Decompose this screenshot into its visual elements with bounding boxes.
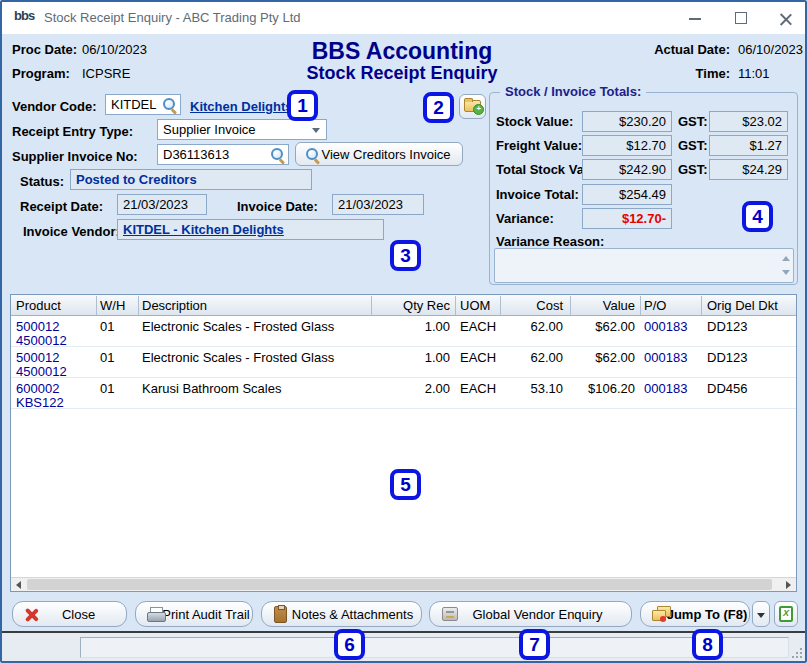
- variance-reason-textarea[interactable]: [494, 248, 794, 283]
- product-alt-code[interactable]: KBS122: [16, 395, 64, 410]
- product-alt-code[interactable]: 4500012: [16, 333, 67, 348]
- po-link[interactable]: 000183: [644, 319, 687, 334]
- col-qty-rec: Qty Rec: [363, 298, 450, 313]
- vendor-code-input[interactable]: KITDEL: [105, 94, 181, 115]
- minimize-button[interactable]: [678, 2, 712, 34]
- view-creditors-invoice-label: View Creditors Invoice: [307, 147, 450, 162]
- description-cell: Karusi Bathroom Scales: [142, 381, 281, 396]
- stock-gst-value: $23.02: [742, 114, 782, 129]
- table-row[interactable]: 500012 4500012 01 Electronic Scales - Fr…: [11, 347, 796, 378]
- po-link[interactable]: 000183: [644, 350, 687, 365]
- column-divider: [455, 296, 456, 315]
- table-row[interactable]: 600002 KBS122 01 Karusi Bathroom Scales …: [11, 378, 796, 409]
- variance-label: Variance:: [496, 211, 554, 226]
- red-x-icon: [25, 608, 38, 621]
- actual-date-label: Actual Date:: [650, 42, 730, 57]
- vendor-code-value: KITDEL: [111, 97, 157, 112]
- product-alt-code[interactable]: 4500012: [16, 364, 67, 379]
- supplier-invoice-no-value: D36113613: [163, 147, 229, 162]
- status-bar-field: [80, 637, 789, 658]
- qty-rec-cell: 1.00: [363, 350, 450, 365]
- folder-plus-icon: [464, 100, 481, 112]
- export-excel-button[interactable]: X: [774, 601, 798, 627]
- freight-gst-value: $1.27: [749, 138, 782, 153]
- global-vendor-enquiry-button[interactable]: Global Vendor Enquiry: [429, 601, 632, 627]
- product-code-link[interactable]: 500012: [16, 350, 59, 365]
- supplier-invoice-no-label: Supplier Invoice No:: [12, 149, 138, 164]
- annotation-8: 8: [692, 629, 723, 660]
- maximize-icon: [735, 12, 747, 24]
- program-value: ICPSRE: [82, 66, 130, 81]
- receipt-entry-type-select[interactable]: Supplier Invoice: [157, 119, 327, 140]
- scroll-down-icon[interactable]: [782, 270, 790, 275]
- time-value: 11:01: [738, 66, 770, 81]
- scroll-right-button[interactable]: [780, 578, 796, 591]
- po-link[interactable]: 000183: [644, 381, 687, 396]
- invoice-total-value: $254.49: [619, 187, 666, 202]
- vendor-name-link[interactable]: Kitchen Delights: [190, 99, 293, 114]
- search-icon[interactable]: [271, 148, 285, 162]
- notes-attachments-button[interactable]: Notes & Attachments: [261, 601, 422, 627]
- annotation-7: 7: [519, 629, 550, 660]
- stock-gst-field: $23.02: [709, 111, 788, 132]
- freight-value: $12.70: [626, 138, 666, 153]
- resize-grip[interactable]: [792, 648, 802, 658]
- receipt-date-field: 21/03/2023: [117, 194, 207, 215]
- proc-date-label: Proc Date:: [12, 42, 77, 57]
- jump-to-dropdown-button[interactable]: [752, 601, 770, 627]
- invoice-date-field: 21/03/2023: [332, 194, 424, 215]
- stock-value: $230.20: [619, 114, 666, 129]
- receipt-lines-grid: Product W/H Description Qty Rec UOM Cost…: [10, 294, 797, 592]
- scrollbar-thumb[interactable]: [27, 579, 772, 590]
- minimize-icon: [689, 18, 701, 20]
- stock-value-label: Stock Value:: [496, 114, 573, 129]
- printer-icon: [147, 607, 164, 623]
- receipt-date-value: 21/03/2023: [123, 197, 188, 212]
- warehouse-cell: 01: [100, 319, 114, 334]
- time-label: Time:: [650, 66, 730, 81]
- window-title: Stock Receipt Enquiry - ABC Trading Pty …: [44, 10, 301, 25]
- column-divider: [371, 296, 372, 315]
- program-label: Program:: [12, 66, 70, 81]
- col-orig-del-dkt: Orig Del Dkt: [707, 298, 778, 313]
- invoice-vendor-link[interactable]: KITDEL - Kitchen Delights: [123, 222, 284, 237]
- horizontal-scrollbar[interactable]: [11, 577, 796, 591]
- print-audit-trail-button[interactable]: Print Audit Trail: [135, 601, 253, 627]
- table-row[interactable]: 500012 4500012 01 Electronic Scales - Fr…: [11, 316, 796, 347]
- product-code-link[interactable]: 600002: [16, 381, 59, 396]
- screen-title: Stock Receipt Enquiry: [152, 63, 652, 84]
- column-divider: [640, 296, 641, 315]
- supplier-invoice-no-input[interactable]: D36113613: [157, 144, 289, 165]
- col-value: Value: [535, 298, 635, 313]
- search-icon: [306, 148, 320, 162]
- red-dot-icon: [660, 616, 666, 622]
- scroll-up-icon[interactable]: [782, 256, 790, 261]
- invoice-total-field: $254.49: [582, 184, 672, 205]
- total-gst-value: $24.29: [742, 162, 782, 177]
- column-divider: [96, 296, 97, 315]
- gst-label: GST:: [678, 114, 708, 129]
- annotation-6: 6: [334, 629, 365, 660]
- product-code-link[interactable]: 500012: [16, 319, 59, 334]
- close-button-label: Close: [44, 607, 95, 622]
- maximize-button[interactable]: [724, 2, 758, 34]
- stock-value-field: $230.20: [582, 111, 672, 132]
- col-wh: W/H: [100, 298, 125, 313]
- orig-del-dkt-cell: DD123: [707, 350, 747, 365]
- receipt-entry-type-value: Supplier Invoice: [163, 122, 256, 137]
- grid-header: Product W/H Description Qty Rec UOM Cost…: [11, 295, 796, 316]
- value-cell: $106.20: [535, 381, 635, 396]
- scroll-left-icon: [16, 581, 21, 589]
- stock-invoice-totals-panel: Stock / Invoice Totals: Stock Value: $23…: [489, 92, 798, 285]
- search-icon[interactable]: [163, 98, 177, 112]
- close-button[interactable]: Close: [12, 601, 127, 627]
- description-cell: Electronic Scales - Frosted Glass: [142, 350, 334, 365]
- view-creditors-invoice-button[interactable]: View Creditors Invoice: [295, 142, 463, 166]
- close-window-button[interactable]: [768, 2, 802, 34]
- annotation-1: 1: [287, 90, 318, 121]
- attachments-button[interactable]: [459, 94, 486, 119]
- scroll-left-button[interactable]: [11, 578, 27, 591]
- jump-to-button[interactable]: Jump To (F8): [640, 601, 750, 627]
- close-icon: [779, 12, 791, 24]
- actual-date-value: 06/10/2023: [738, 42, 803, 57]
